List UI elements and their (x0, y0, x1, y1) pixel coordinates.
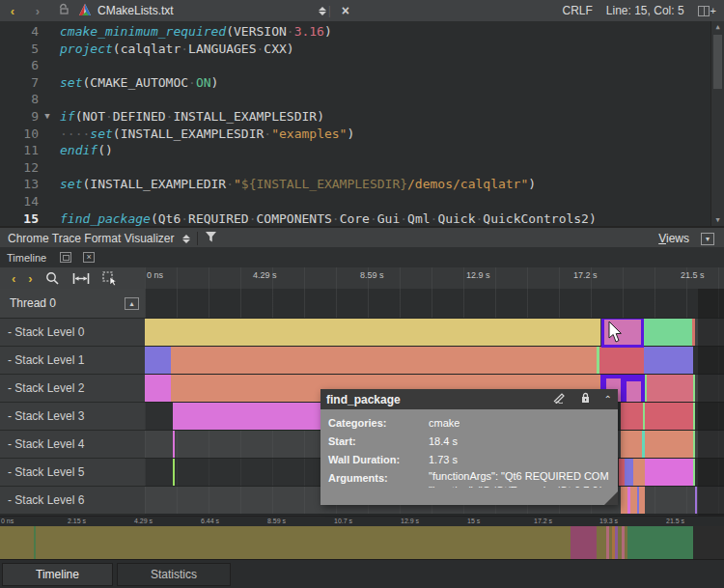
trace-event[interactable] (639, 487, 645, 514)
trace-event[interactable] (644, 347, 693, 374)
trace-event[interactable] (621, 487, 627, 514)
overview-strip[interactable] (0, 526, 724, 559)
code-line[interactable]: 4cmake_minimum_required(VERSION·3.16) (0, 23, 724, 41)
trace-event[interactable] (627, 381, 641, 402)
collapse-tooltip-icon[interactable]: ⌃ (604, 394, 612, 405)
lock-icon[interactable] (580, 392, 591, 406)
thread-label[interactable]: Thread 0 ▴ (0, 289, 145, 319)
code-line[interactable]: 11endif() (0, 142, 724, 159)
tab-statistics[interactable]: Statistics (117, 563, 231, 586)
code-text: set(INSTALL_EXAMPLEDIR·"${INSTALL_EXAMPL… (56, 176, 536, 193)
code-line[interactable]: 12 (0, 159, 724, 177)
overview-tick-label: 6.44 s (201, 518, 219, 524)
next-event-button[interactable]: › (28, 271, 32, 286)
fold-marker-icon[interactable]: ▼ (39, 108, 56, 126)
stack-level-label[interactable]: - Stack Level 3 (0, 403, 145, 431)
code-line[interactable]: 9▼if(NOT·DEFINED·INSTALL_EXAMPLESDIR) (0, 108, 724, 126)
line-ending-indicator[interactable]: CRLF (563, 4, 593, 17)
trace-event[interactable] (145, 375, 171, 402)
trace-event[interactable] (645, 459, 693, 486)
visualizer-dropdown-icon[interactable] (182, 235, 190, 243)
stack-level-label[interactable]: - Stack Level 2 (0, 375, 145, 403)
prev-event-button[interactable]: ‹ (12, 271, 15, 286)
trace-event[interactable] (644, 319, 692, 346)
zoom-icon[interactable] (45, 271, 60, 286)
document-dropdown-icon[interactable] (319, 7, 326, 15)
trace-event[interactable] (693, 403, 695, 430)
trace-event[interactable] (599, 347, 644, 374)
code-line[interactable]: 14 (0, 193, 724, 210)
views-menu[interactable]: Views (658, 232, 689, 245)
trace-event[interactable] (171, 347, 597, 374)
trace-event[interactable] (695, 487, 697, 514)
code-line[interactable]: 10····set(INSTALL_EXAMPLESDIR·"examples"… (0, 126, 724, 143)
scroll-down-icon[interactable]: ▼ (711, 214, 724, 226)
code-line[interactable]: 5project(calqlatr·LANGUAGES·CXX) (0, 41, 724, 58)
trace-event[interactable] (173, 403, 333, 430)
scroll-up-icon[interactable]: ▲ (711, 21, 724, 33)
trace-event[interactable] (645, 431, 693, 458)
scrollbar-thumb[interactable] (713, 35, 722, 89)
trace-event[interactable] (693, 375, 695, 402)
views-dropdown-icon[interactable]: ▾ (701, 233, 714, 245)
selected-event[interactable] (601, 319, 644, 348)
tooltip-titlebar[interactable]: find_package ⌃ (320, 389, 618, 409)
editor-scrollbar[interactable]: ▲ ▼ (710, 21, 724, 226)
back-button[interactable]: ‹ (0, 4, 25, 18)
filter-icon[interactable] (205, 231, 217, 246)
trace-event[interactable] (645, 403, 693, 430)
float-panel-icon[interactable] (60, 252, 71, 263)
code-line[interactable]: 7set(CMAKE_AUTOMOC·ON) (0, 74, 724, 92)
thread-row: Thread 0 ▴ (0, 289, 724, 319)
tooltip-resize-grip[interactable] (604, 491, 618, 505)
split-editor-icon[interactable]: + (698, 5, 716, 16)
trace-event[interactable] (630, 487, 637, 514)
tooltip-field-label: Start: (328, 433, 429, 451)
trace-event[interactable] (633, 459, 645, 486)
trace-event[interactable] (145, 347, 171, 374)
open-document-name[interactable]: CMakeLists.txt (97, 4, 174, 17)
ruler-tick-label: 4.29 s (253, 270, 277, 280)
stack-level-label[interactable]: - Stack Level 1 (0, 347, 145, 375)
range-selection-icon[interactable] (102, 271, 118, 286)
overview-segment[interactable] (693, 526, 724, 559)
code-text (56, 91, 60, 108)
trace-event[interactable] (621, 431, 642, 458)
stack-level-label[interactable]: - Stack Level 6 (0, 487, 145, 515)
stack-level-label[interactable]: - Stack Level 0 (0, 319, 145, 347)
trace-event[interactable] (173, 459, 175, 486)
fit-range-icon[interactable] (72, 272, 90, 285)
stack-level-label[interactable]: - Stack Level 5 (0, 459, 145, 487)
close-panel-icon[interactable]: × (83, 252, 95, 263)
collapse-thread-icon[interactable]: ▴ (125, 297, 139, 310)
overview-segment[interactable] (627, 526, 693, 559)
trace-event[interactable] (173, 431, 175, 458)
trace-event[interactable] (621, 403, 643, 430)
close-document-button[interactable]: × (333, 3, 358, 18)
code-line[interactable]: 13set(INSTALL_EXAMPLEDIR·"${INSTALL_EXAM… (0, 176, 724, 193)
code-editor[interactable]: 4cmake_minimum_required(VERSION·3.16)5pr… (0, 21, 724, 226)
edit-note-icon[interactable] (553, 392, 567, 406)
trace-event[interactable] (693, 459, 695, 486)
forward-button[interactable]: › (25, 4, 50, 18)
ruler-tick-label: 17.2 s (573, 270, 598, 280)
tab-timeline[interactable]: Timeline (2, 563, 113, 586)
overview-segment[interactable] (597, 526, 606, 559)
overview-segment[interactable] (36, 526, 571, 559)
code-text: ····set(INSTALL_EXAMPLESDIR·"examples") (56, 126, 354, 143)
overview-segment[interactable] (0, 526, 34, 559)
trace-event[interactable] (145, 319, 600, 346)
overview-segment[interactable] (571, 526, 597, 559)
trace-event[interactable] (693, 431, 695, 458)
trace-event[interactable] (647, 375, 693, 402)
overview-tick-label: 4.29 s (134, 518, 153, 524)
code-line[interactable]: 6 (0, 57, 724, 74)
visualizer-selector[interactable]: Chrome Trace Format Visualizer (8, 232, 175, 245)
views-label: iews (666, 232, 689, 245)
code-line[interactable]: 15find_package(Qt6·REQUIRED·COMPONENTS·C… (0, 210, 724, 228)
line-number: 8 (0, 91, 39, 108)
trace-event[interactable] (625, 459, 633, 486)
code-line[interactable]: 8 (0, 91, 724, 108)
trace-event[interactable] (692, 319, 695, 346)
stack-level-label[interactable]: - Stack Level 4 (0, 431, 145, 459)
